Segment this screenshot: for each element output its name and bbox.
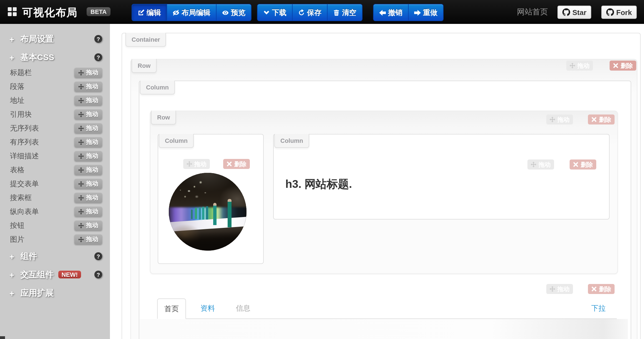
drag-handle-button[interactable]: 拖动 bbox=[74, 81, 102, 91]
trash-icon bbox=[333, 9, 340, 16]
undo-button[interactable]: 撤销 bbox=[373, 4, 409, 21]
download-button[interactable]: 下载 bbox=[257, 4, 293, 21]
drag-handle-button[interactable]: 拖动 bbox=[74, 193, 102, 203]
tab-home[interactable]: 首页 bbox=[157, 298, 186, 319]
drag-button-label: 拖动 bbox=[86, 207, 98, 216]
sidebar-item-label: 按钮 bbox=[10, 220, 24, 230]
heading-drag-button[interactable]: 拖动 bbox=[527, 159, 554, 170]
github-fork-button[interactable]: Fork bbox=[601, 6, 637, 19]
column-tab-label: Column bbox=[140, 81, 175, 94]
clear-button[interactable]: 清空 bbox=[327, 4, 363, 21]
sidebar-section-app-extensions[interactable]: + 应用扩展 bbox=[0, 285, 110, 301]
model-silhouette bbox=[195, 208, 197, 219]
app-window: 可视化布局 BETA 编辑 布局编辑 预览 bbox=[0, 0, 644, 339]
layout-edit-button-label: 布局编辑 bbox=[182, 8, 210, 18]
sidebar-item: 搜索框 拖动 bbox=[0, 191, 110, 205]
drag-handle-button[interactable]: 拖动 bbox=[74, 68, 102, 78]
chevron-down-icon bbox=[263, 9, 270, 16]
drag-handle-button[interactable]: 拖动 bbox=[74, 109, 102, 119]
preview-button[interactable]: 预览 bbox=[216, 4, 251, 21]
help-badge[interactable]: ? bbox=[94, 271, 102, 278]
sidebar-item-label: 地址 bbox=[10, 95, 24, 105]
drag-button-label: 拖动 bbox=[557, 115, 570, 124]
redo-button-label: 重做 bbox=[423, 8, 437, 18]
sidebar-section-layout-settings[interactable]: + 布局设置 ? bbox=[0, 31, 110, 47]
sidebar-item-label: 引用块 bbox=[10, 109, 32, 119]
help-badge[interactable]: ? bbox=[94, 53, 102, 61]
move-icon bbox=[78, 181, 84, 186]
github-star-button[interactable]: Star bbox=[557, 6, 592, 19]
sidebar-section-interactive-components[interactable]: + 交互组件 NEW! ? bbox=[0, 266, 110, 283]
drag-handle-button[interactable]: 拖动 bbox=[74, 165, 102, 175]
drag-button-label: 拖动 bbox=[86, 221, 98, 230]
help-badge[interactable]: ? bbox=[94, 252, 102, 260]
plus-icon: + bbox=[9, 53, 14, 62]
drag-handle-button[interactable]: 拖动 bbox=[74, 151, 102, 161]
row-inner-drag-button[interactable]: 拖动 bbox=[546, 114, 573, 124]
model-silhouette bbox=[202, 207, 204, 220]
header-toolbar: 编辑 布局编辑 预览 下载 保存 bbox=[132, 4, 444, 21]
row-outer-delete-button[interactable]: 删除 bbox=[610, 61, 636, 71]
redo-button[interactable]: 重做 bbox=[408, 4, 444, 21]
delete-button-label: 删除 bbox=[234, 160, 246, 168]
move-icon bbox=[78, 139, 84, 145]
drag-handle-button[interactable]: 拖动 bbox=[74, 206, 102, 216]
sidebar-item: 表格 拖动 bbox=[0, 163, 110, 177]
sidebar-item-label: 纵向表单 bbox=[10, 206, 39, 216]
site-home-link[interactable]: 网站首页 bbox=[517, 7, 548, 17]
sidebar-item: 引用块 拖动 bbox=[0, 107, 110, 121]
edit-button[interactable]: 编辑 bbox=[132, 4, 167, 21]
drag-handle-button[interactable]: 拖动 bbox=[74, 220, 102, 230]
section-label: 组件 bbox=[21, 251, 37, 261]
tab-dropdown[interactable]: 下拉 bbox=[585, 298, 612, 318]
tab-info[interactable]: 信息 bbox=[229, 298, 257, 318]
move-icon bbox=[570, 63, 575, 68]
move-icon bbox=[78, 125, 84, 131]
sidebar-item: 标题栏 拖动 bbox=[0, 66, 110, 79]
sidebar-item-label: 标题栏 bbox=[10, 68, 32, 78]
drag-handle-button[interactable]: 拖动 bbox=[74, 234, 102, 244]
sidebar-section-components[interactable]: + 组件 ? bbox=[0, 248, 110, 265]
move-icon bbox=[78, 167, 84, 173]
x-icon bbox=[591, 286, 597, 292]
heading-delete-button[interactable]: 删除 bbox=[570, 159, 596, 170]
image-delete-button[interactable]: 删除 bbox=[223, 159, 250, 169]
site-title-heading: h3. 网站标题. bbox=[285, 177, 352, 192]
github-octocat-icon bbox=[606, 8, 614, 16]
save-button[interactable]: 保存 bbox=[292, 4, 328, 21]
row-tab-label: Row bbox=[151, 111, 176, 124]
plus-icon: + bbox=[9, 251, 14, 261]
drag-handle-button[interactable]: 拖动 bbox=[74, 123, 102, 133]
tab-profile[interactable]: 资料 bbox=[194, 298, 222, 318]
row-outer-drag-button[interactable]: 拖动 bbox=[566, 61, 593, 71]
nav-delete-button[interactable]: 删除 bbox=[588, 284, 615, 294]
model-silhouette bbox=[213, 203, 217, 225]
beta-badge: BETA bbox=[87, 7, 110, 16]
move-icon bbox=[550, 117, 555, 122]
sidebar-item-label: 段落 bbox=[10, 81, 24, 91]
layout-edit-button[interactable]: 布局编辑 bbox=[167, 4, 217, 21]
image-drag-button[interactable]: 拖动 bbox=[183, 159, 210, 169]
drag-handle-button[interactable]: 拖动 bbox=[74, 137, 102, 147]
sidebar-item: 详细描述 拖动 bbox=[0, 149, 110, 163]
file-button-group: 下载 保存 清空 bbox=[257, 4, 363, 21]
nav-drag-button[interactable]: 拖动 bbox=[546, 284, 573, 294]
sidebar-item-label: 详细描述 bbox=[10, 151, 39, 161]
scrollbar-corner[interactable] bbox=[0, 336, 5, 339]
move-icon bbox=[531, 162, 536, 167]
help-badge[interactable]: ? bbox=[94, 35, 102, 43]
drag-handle-button[interactable]: 拖动 bbox=[74, 179, 102, 189]
move-icon bbox=[78, 111, 84, 117]
model-silhouette bbox=[191, 210, 193, 219]
row-inner-delete-button[interactable]: 删除 bbox=[588, 114, 615, 124]
drag-button-label: 拖动 bbox=[86, 110, 98, 118]
sidebar-section-basic-css[interactable]: + 基本CSS ? bbox=[0, 49, 110, 66]
drag-button-label: 拖动 bbox=[194, 160, 207, 168]
drag-handle-button[interactable]: 拖动 bbox=[74, 95, 102, 105]
drag-button-label: 拖动 bbox=[86, 193, 98, 202]
x-icon bbox=[613, 63, 618, 68]
download-button-label: 下载 bbox=[272, 8, 286, 18]
mode-button-group: 编辑 布局编辑 预览 bbox=[132, 4, 251, 21]
sidebar-item: 有序列表 拖动 bbox=[0, 135, 110, 149]
save-button-label: 保存 bbox=[307, 8, 321, 18]
